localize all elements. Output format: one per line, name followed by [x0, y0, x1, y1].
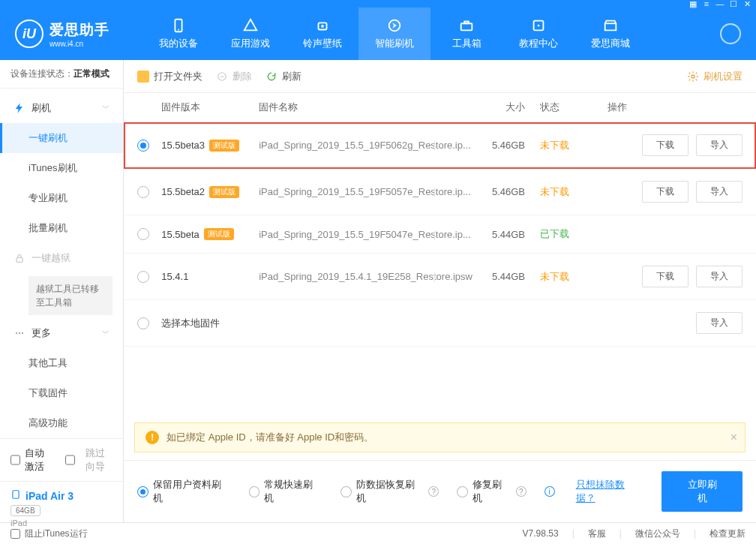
download-button[interactable]: 下载	[642, 134, 688, 156]
erase-data-link[interactable]: 只想抹除数据？	[576, 478, 644, 505]
topnav-store[interactable]: 爱思商城	[574, 8, 646, 60]
firmware-row[interactable]: 15.5beta测试版iPad_Spring_2019_15.5_19F5047…	[124, 215, 756, 254]
row-radio[interactable]	[137, 271, 149, 283]
titlebar-maximize-icon[interactable]: ☐	[728, 0, 740, 9]
beta-badge: 测试版	[209, 186, 239, 198]
check-update-link[interactable]: 检查更新	[710, 527, 746, 540]
support-link[interactable]: 客服	[588, 527, 606, 540]
firmware-row[interactable]: 15.4.1iPad_Spring_2019_15.4.1_19E258_Res…	[124, 254, 756, 300]
flash-options-bar: 保留用户资料刷机常规快速刷机防数据恢复刷机?修复刷机? i 只想抹除数据？ 立即…	[124, 460, 756, 522]
connection-status: 设备连接状态：正常模式	[0, 60, 123, 89]
row-radio[interactable]	[137, 317, 149, 329]
topnav-flash[interactable]: 智能刷机	[358, 8, 430, 60]
import-button[interactable]: 导入	[696, 181, 742, 203]
sidebar: 设备连接状态：正常模式 刷机﹀一键刷机iTunes刷机专业刷机批量刷机一键越狱越…	[0, 60, 124, 522]
help-icon[interactable]: ?	[428, 486, 439, 497]
nav-item-batch[interactable]: 批量刷机	[0, 213, 123, 243]
help-icon[interactable]: ?	[516, 486, 526, 497]
nav-item-adv[interactable]: 高级功能	[0, 408, 123, 438]
ringtone-icon	[314, 17, 331, 34]
nav-item-pro[interactable]: 专业刷机	[0, 183, 123, 213]
skip-guide-checkbox[interactable]	[65, 455, 75, 465]
row-radio[interactable]	[137, 186, 149, 198]
svg-rect-12	[13, 491, 19, 499]
notice-close-icon[interactable]: ×	[730, 431, 737, 444]
nav-group-lock[interactable]: 一键越狱	[0, 243, 123, 273]
skip-guide-label: 跳过向导	[86, 446, 112, 473]
firmware-status: 已下载	[540, 227, 608, 241]
logo[interactable]: iU 爱思助手 www.i4.cn	[15, 20, 142, 48]
nav-item-itunes[interactable]: iTunes刷机	[0, 153, 123, 183]
firmware-row[interactable]: 选择本地固件-导入	[124, 300, 756, 347]
logo-icon: iU	[15, 20, 44, 48]
block-itunes-checkbox[interactable]	[10, 529, 20, 539]
beta-badge: 测试版	[209, 140, 239, 152]
firmware-filename: iPad_Spring_2019_15.5_19F5057e_Restore.i…	[259, 186, 472, 197]
erase-info-icon[interactable]: i	[544, 486, 555, 497]
row-radio[interactable]	[137, 140, 149, 152]
firmware-version: 15.5beta3测试版	[161, 140, 259, 152]
svg-point-11	[22, 332, 23, 334]
firmware-status: 未下载	[540, 270, 608, 284]
open-folder-button[interactable]: 打开文件夹	[137, 70, 202, 83]
chevron-down-icon: ﹀	[102, 328, 110, 338]
auto-activate-checkbox[interactable]	[10, 455, 20, 465]
nav-group-more[interactable]: 更多﹀	[0, 318, 123, 348]
download-button[interactable]: 下载	[642, 266, 688, 287]
row-radio[interactable]	[137, 228, 149, 240]
titlebar-close-icon[interactable]: ✕	[741, 0, 753, 9]
titlebar-menu-icon[interactable]: ≡	[700, 0, 712, 9]
window-titlebar: ▦ ≡ — ☐ ✕	[0, 0, 756, 8]
toolbox-icon	[458, 17, 475, 34]
nav-group-flash[interactable]: 刷机﹀	[0, 93, 123, 123]
radio-icon	[457, 486, 468, 497]
beta-badge: 测试版	[204, 228, 234, 240]
store-icon	[602, 17, 619, 34]
flash-option-keepdata[interactable]: 保留用户资料刷机	[137, 478, 230, 505]
firmware-size: 5.44GB	[472, 229, 540, 240]
radio-icon	[340, 486, 352, 497]
device-icon	[170, 17, 187, 34]
flash-now-button[interactable]: 立即刷机	[662, 471, 742, 512]
flash-icon	[14, 102, 26, 114]
svg-rect-5	[464, 22, 469, 24]
import-button[interactable]: 导入	[696, 266, 742, 287]
import-button[interactable]: 导入	[696, 134, 742, 156]
firmware-size: 5.46GB	[472, 140, 540, 151]
nav-item-dlfw[interactable]: 下载固件	[0, 378, 123, 408]
titlebar-minimize-icon[interactable]: —	[714, 0, 726, 9]
flash-option-recover[interactable]: 防数据恢复刷机?	[340, 478, 439, 505]
logo-subtitle: www.i4.cn	[50, 40, 110, 48]
wechat-link[interactable]: 微信公众号	[635, 527, 680, 540]
firmware-version: 选择本地固件	[161, 317, 259, 330]
download-manager-icon[interactable]	[720, 23, 741, 44]
firmware-size: 5.46GB	[472, 186, 540, 197]
firmware-status: 未下载	[540, 139, 608, 152]
auto-activate-row: 自动激活 跳过向导	[0, 438, 123, 481]
topnav-device[interactable]: 我的设备	[142, 8, 214, 60]
topnav-toolbox[interactable]: 工具箱	[430, 8, 502, 60]
nav-item-othertools[interactable]: 其他工具	[0, 348, 123, 378]
flash-option-quick[interactable]: 常规快速刷机	[249, 478, 322, 505]
flash-settings-button[interactable]: 刷机设置	[687, 70, 742, 83]
download-button[interactable]: 下载	[642, 181, 688, 203]
firmware-row[interactable]: 15.5beta3测试版iPad_Spring_2019_15.5_19F506…	[124, 122, 756, 169]
titlebar-grid-icon[interactable]: ▦	[687, 0, 699, 9]
nav-item-oneclick[interactable]: 一键刷机	[0, 123, 123, 153]
refresh-button[interactable]: 刷新	[266, 70, 302, 83]
firmware-row[interactable]: 15.5beta2测试版iPad_Spring_2019_15.5_19F505…	[124, 169, 756, 215]
import-button[interactable]: 导入	[696, 312, 742, 334]
delete-button[interactable]: 删除	[216, 70, 252, 83]
svg-point-10	[19, 332, 20, 334]
topnav-apps[interactable]: 应用游戏	[214, 8, 286, 60]
topnav-ringtone[interactable]: 铃声壁纸	[286, 8, 358, 60]
svg-point-1	[178, 29, 179, 31]
block-itunes-label: 阻止iTunes运行	[25, 527, 88, 540]
device-name: iPad Air 3	[26, 490, 74, 502]
flash-option-repair[interactable]: 修复刷机?	[457, 478, 526, 505]
gear-icon	[687, 71, 699, 83]
svg-rect-8	[16, 257, 22, 262]
topnav-tutorial[interactable]: 教程中心	[502, 8, 574, 60]
notice-text: 如已绑定 Apple ID，请准备好 Apple ID和密码。	[166, 431, 374, 444]
firmware-size: 5.44GB	[472, 271, 540, 282]
